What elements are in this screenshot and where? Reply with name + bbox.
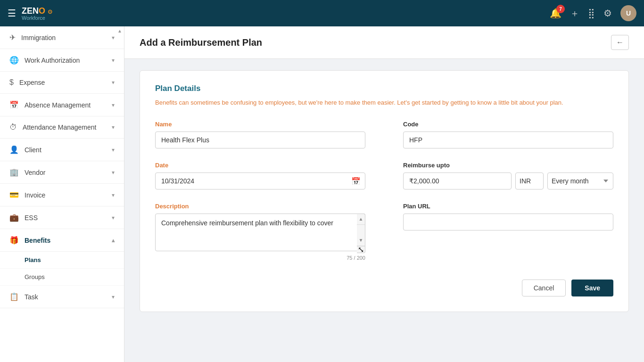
sidebar-subitem-plans[interactable]: Plans: [0, 252, 124, 269]
chevron-down-icon: ▾: [112, 34, 115, 41]
reimburse-amount-input[interactable]: [403, 173, 512, 189]
date-field-group: Date 📅: [155, 162, 365, 189]
scroll-down-btn[interactable]: ▼: [357, 235, 365, 246]
add-button[interactable]: ＋: [570, 7, 579, 20]
reimburse-row: Every month Every week Every year Every …: [403, 173, 613, 189]
description-field-group: Description Comprehensive reimbursement …: [155, 203, 365, 261]
date-label: Date: [155, 162, 365, 169]
plan-url-input[interactable]: [403, 214, 613, 230]
chevron-down-icon: ▾: [112, 214, 115, 221]
grid-icon[interactable]: ⣿: [588, 8, 595, 19]
section-title: Plan Details: [155, 84, 613, 93]
main-content: Add a Reimbursement Plan ← Plan Details …: [124, 26, 644, 362]
sidebar-item-immigration[interactable]: ✈ Immigration ▾: [0, 26, 124, 49]
calendar-icon[interactable]: 📅: [351, 176, 361, 185]
attendance-icon: ⏱: [9, 123, 17, 132]
form-grid: Name Date 📅 Description Comprehens: [155, 121, 613, 274]
vendor-icon: 🏢: [9, 168, 19, 177]
char-count: 75 / 200: [155, 255, 365, 261]
reimburse-frequency-select[interactable]: Every month Every week Every year Every …: [547, 173, 613, 189]
sidebar-label-task: Task: [25, 293, 38, 301]
sidebar-item-invoice[interactable]: 💳 Invoice ▾: [0, 184, 124, 206]
logo-text: ZENO ⊙: [22, 6, 52, 16]
plan-url-label: Plan URL: [403, 203, 613, 210]
expense-icon: $: [9, 78, 14, 87]
reimburse-label: Reimburse upto: [403, 162, 613, 169]
description-textarea[interactable]: Comprehensive reimbursement plan with fl…: [155, 214, 365, 251]
immigration-icon: ✈: [9, 33, 16, 42]
sidebar-label-work-auth: Work Authorization: [25, 57, 80, 64]
chevron-down-icon: ▾: [112, 294, 115, 300]
plan-details-card: Plan Details Benefits can sometimes be c…: [140, 70, 629, 312]
sidebar-label-absence: Absence Management: [25, 101, 91, 109]
user-avatar[interactable]: U: [620, 5, 636, 21]
resize-handle[interactable]: ⤡: [357, 246, 365, 253]
sidebar-item-benefits[interactable]: 🎁 Benefits ▴: [0, 229, 124, 252]
back-button[interactable]: ←: [611, 35, 629, 50]
sidebar-subitem-groups[interactable]: Groups: [0, 269, 124, 286]
code-input[interactable]: [403, 132, 613, 148]
section-subtitle: Benefits can sometimes be confusing to e…: [155, 98, 613, 107]
sidebar-item-task[interactable]: 📋 Task ▾: [0, 286, 124, 308]
reimburse-field-group: Reimburse upto Every month Every week Ev…: [403, 162, 613, 189]
sidebar-item-absence[interactable]: 📅 Absence Management ▾: [0, 94, 124, 116]
form-actions: Cancel Save: [155, 278, 613, 296]
page-title: Add a Reimbursement Plan: [140, 37, 262, 48]
absence-icon: 📅: [9, 100, 19, 109]
logo-sub: Workforce: [22, 15, 52, 21]
sidebar-label-immigration: Immigration: [21, 34, 56, 41]
sidebar-label-invoice: Invoice: [25, 191, 45, 199]
textarea-scrollbar: ▲ ▼ ⤡: [357, 214, 365, 253]
sidebar-label-vendor: Vendor: [25, 169, 45, 176]
work-auth-icon: 🌐: [9, 56, 19, 65]
task-icon: 📋: [9, 292, 19, 301]
chevron-up-icon: ▴: [112, 237, 115, 244]
benefits-icon: 🎁: [9, 236, 19, 245]
scroll-up-btn[interactable]: ▲: [357, 214, 365, 225]
chevron-down-icon: ▾: [112, 192, 115, 198]
chevron-down-icon: ▾: [112, 79, 115, 86]
name-label: Name: [155, 121, 365, 128]
description-label: Description: [155, 203, 365, 210]
ess-icon: 💼: [9, 213, 19, 222]
chevron-down-icon: ▾: [112, 169, 115, 176]
sidebar-label-benefits: Benefits: [25, 237, 50, 244]
page-header: Add a Reimbursement Plan ←: [124, 26, 644, 59]
hamburger-menu[interactable]: ☰: [8, 8, 16, 19]
sidebar-item-attendance[interactable]: ⏱ Attendance Management ▾: [0, 116, 124, 139]
chevron-down-icon: ▾: [112, 124, 115, 131]
settings-icon[interactable]: ⚙: [603, 8, 612, 19]
chevron-down-icon: ▾: [112, 102, 115, 108]
sidebar-label-expense: Expense: [19, 79, 45, 86]
date-input[interactable]: [155, 173, 365, 189]
invoice-icon: 💳: [9, 190, 19, 199]
sidebar-item-vendor[interactable]: 🏢 Vendor ▾: [0, 161, 124, 184]
code-label: Code: [403, 121, 613, 128]
client-icon: 👤: [9, 145, 19, 154]
sidebar-item-client[interactable]: 👤 Client ▾: [0, 139, 124, 161]
sidebar-label-attendance: Attendance Management: [23, 123, 96, 131]
app-logo: ZENO ⊙ Workforce: [22, 6, 52, 21]
chevron-down-icon: ▾: [112, 147, 115, 153]
sidebar-item-work-authorization[interactable]: 🌐 Work Authorization ▾: [0, 49, 124, 72]
code-field-group: Code: [403, 121, 613, 148]
notification-badge: 7: [556, 5, 565, 13]
sidebar-label-ess: ESS: [25, 214, 38, 222]
sidebar-item-ess[interactable]: 💼 ESS ▾: [0, 206, 124, 229]
reimburse-currency-input[interactable]: [515, 173, 544, 189]
plan-url-field-group: Plan URL: [403, 203, 613, 230]
notifications-button[interactable]: 🔔 7: [550, 8, 561, 19]
description-wrap: Comprehensive reimbursement plan with fl…: [155, 214, 365, 253]
sidebar-label-client: Client: [25, 146, 41, 154]
save-button[interactable]: Save: [571, 280, 613, 296]
name-field-group: Name: [155, 121, 365, 148]
name-input[interactable]: [155, 132, 365, 148]
sidebar-item-expense[interactable]: $ Expense ▾: [0, 72, 124, 94]
date-wrap: 📅: [155, 173, 365, 189]
sidebar: ▲ ✈ Immigration ▾ 🌐 Work Authorization ▾…: [0, 26, 124, 362]
top-navigation: ☰ ZENO ⊙ Workforce 🔔 7 ＋ ⣿ ⚙ U: [0, 0, 644, 26]
chevron-down-icon: ▾: [112, 57, 115, 64]
cancel-button[interactable]: Cancel: [522, 280, 566, 296]
